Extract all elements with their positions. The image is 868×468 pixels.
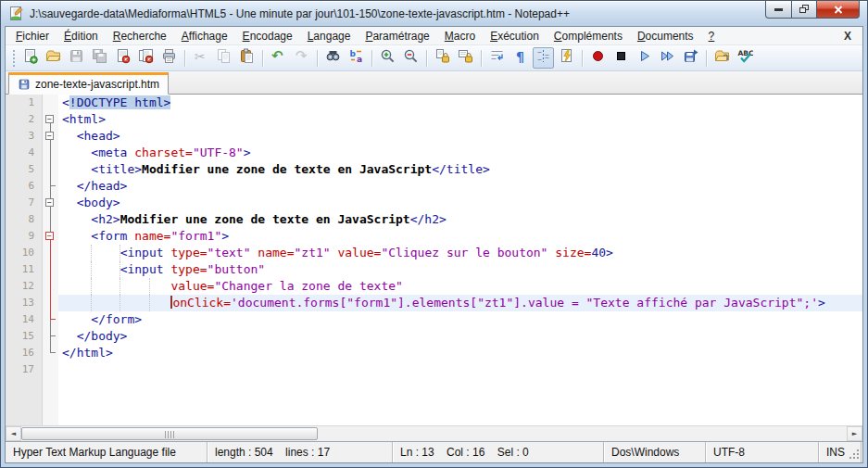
line-number[interactable]: 11	[6, 261, 43, 278]
code-line-content[interactable]: <!DOCTYPE html>	[58, 95, 862, 111]
toolbar-print-button[interactable]	[158, 47, 180, 69]
code-line-content[interactable]: <form name="form1">	[58, 228, 862, 245]
code-line-content[interactable]: <head>	[58, 128, 862, 145]
fold-margin[interactable]	[43, 328, 58, 345]
fold-collapse-box[interactable]: −	[45, 132, 54, 140]
toolbar-user-define-dialog-button[interactable]	[556, 47, 577, 69]
toolbar-open-file-button[interactable]	[43, 47, 64, 69]
fold-margin[interactable]	[43, 311, 58, 328]
line-number[interactable]: 9	[6, 228, 43, 245]
scroll-left-arrow[interactable]: ◄	[6, 426, 21, 441]
code-editor[interactable]: 1<!DOCTYPE html>2−<html>3− <head>4 <meta…	[6, 95, 862, 425]
line-number[interactable]: 3	[6, 128, 43, 145]
toolbar-macro-save-button[interactable]	[680, 47, 701, 69]
toolbar-save-file-button[interactable]	[66, 47, 87, 69]
toolbar-show-indent-guide-button[interactable]	[533, 47, 554, 69]
fold-margin[interactable]: −	[43, 111, 58, 128]
line-number[interactable]: 15	[6, 328, 43, 345]
line-number[interactable]: 17	[6, 361, 43, 378]
restore-button[interactable]	[792, 1, 817, 19]
fold-margin[interactable]	[43, 178, 58, 195]
line-number[interactable]: 1	[6, 95, 43, 111]
fold-margin[interactable]	[43, 211, 58, 228]
code-line-content[interactable]: <title>Modifier une zone de texte en Jav…	[58, 161, 862, 178]
fold-collapse-box[interactable]: −	[45, 115, 54, 123]
line-number[interactable]: 7	[6, 195, 43, 211]
code-line-content[interactable]: </head>	[58, 178, 862, 195]
line-number[interactable]: 6	[6, 178, 43, 195]
code-line-content[interactable]: <h2>Modifier une zone de texte en JavaSc…	[58, 211, 862, 228]
menu-item-complments[interactable]: Compléments	[547, 27, 630, 45]
fold-margin[interactable]	[43, 145, 58, 161]
menu-item-paramtrage[interactable]: Paramétrage	[358, 27, 436, 45]
menu-item-?[interactable]: ?	[701, 27, 723, 45]
menu-item-affichage[interactable]: Affichage	[174, 27, 235, 45]
toolbar-cut-button[interactable]: ✂	[190, 47, 211, 69]
title-bar[interactable]: J:\sauvegarde-data\Mediaforma\HTML5 - Un…	[1, 1, 867, 26]
toolbar-new-file-button[interactable]	[19, 47, 41, 69]
fold-margin[interactable]	[43, 161, 58, 178]
toolbar-close-all-button[interactable]	[135, 47, 157, 69]
fold-collapse-box[interactable]: −	[45, 232, 54, 240]
fold-collapse-box[interactable]: −	[45, 198, 54, 207]
fold-margin[interactable]	[43, 95, 58, 111]
close-button[interactable]	[817, 1, 860, 19]
code-line-content[interactable]: value="Changer la zone de texte"	[58, 278, 862, 295]
menu-item-dition[interactable]: Édition	[57, 27, 106, 45]
line-number[interactable]: 14	[6, 311, 43, 328]
toolbar-save-all-button[interactable]	[89, 47, 110, 69]
line-number[interactable]: 4	[6, 145, 43, 161]
tab-zone-texte-javascript[interactable]: zone-texte-javascript.htm	[8, 72, 169, 95]
toolbar-macro-play-button[interactable]	[634, 47, 655, 69]
menu-item-langage[interactable]: Langage	[300, 27, 359, 45]
code-line-content[interactable]: </form>	[58, 311, 862, 328]
code-line-content[interactable]	[58, 361, 862, 378]
line-number[interactable]: 8	[6, 211, 43, 228]
scroll-right-arrow[interactable]: ►	[847, 426, 862, 441]
toolbar-explorer-folder-button[interactable]	[711, 47, 733, 69]
fold-margin[interactable]	[43, 278, 58, 295]
code-line-content[interactable]: <meta charset="UTF-8">	[58, 145, 862, 161]
menubar-close-document-button[interactable]: X	[833, 30, 862, 43]
toolbar-undo-button[interactable]: ↶	[268, 47, 289, 69]
line-number[interactable]: 2	[6, 111, 43, 128]
menu-item-fichier[interactable]: Fichier	[8, 27, 57, 45]
toolbar-macro-record-button[interactable]	[587, 47, 609, 69]
toolbar-close-file-button[interactable]	[112, 47, 133, 69]
toolbar-paste-button[interactable]	[236, 47, 258, 69]
toolbar-spell-check-button[interactable]: ABC	[735, 47, 756, 69]
menu-item-macro[interactable]: Macro	[437, 27, 483, 45]
toolbar-zoom-in-button[interactable]	[377, 47, 398, 69]
toolbar-copy-button[interactable]	[213, 47, 234, 69]
empty-editor-area[interactable]	[58, 378, 862, 425]
fold-margin[interactable]	[43, 245, 58, 261]
fold-margin[interactable]	[43, 261, 58, 278]
fold-margin[interactable]: −	[43, 195, 58, 211]
menu-item-documents[interactable]: Documents	[630, 27, 701, 45]
toolbar-word-wrap-button[interactable]	[486, 47, 508, 69]
toolbar-zoom-out-button[interactable]	[400, 47, 421, 69]
fold-margin[interactable]: −	[43, 228, 58, 245]
toolbar-show-all-characters-button[interactable]: ¶	[509, 47, 531, 69]
code-line-content[interactable]: </html>	[58, 345, 862, 361]
line-number[interactable]: 13	[6, 295, 43, 311]
toolbar-grip[interactable]	[11, 50, 16, 67]
fold-margin[interactable]	[43, 361, 58, 378]
horizontal-scrollbar[interactable]: ◄ ►	[6, 425, 862, 441]
code-line-content[interactable]: <input type="text" name="zt1" value="Cli…	[58, 245, 862, 261]
minimize-button[interactable]	[765, 1, 792, 19]
code-line-content[interactable]: </body>	[58, 328, 862, 345]
toolbar-replace-button[interactable]: ba	[346, 47, 367, 69]
code-line-content[interactable]: <body>	[58, 195, 862, 211]
line-number[interactable]: 12	[6, 278, 43, 295]
toolbar-macro-stop-button[interactable]	[610, 47, 632, 69]
line-number[interactable]: 10	[6, 245, 43, 261]
toolbar-find-button[interactable]	[322, 47, 344, 69]
line-number[interactable]: 5	[6, 161, 43, 178]
toolbar-sync-horizontal-scroll-button[interactable]	[455, 47, 476, 69]
code-line-content[interactable]: <html>	[58, 111, 862, 128]
toolbar-sync-vertical-scroll-button[interactable]	[432, 47, 453, 69]
menu-item-recherche[interactable]: Recherche	[106, 27, 174, 45]
toolbar-macro-run-multiple-button[interactable]	[657, 47, 678, 69]
fold-margin[interactable]	[43, 295, 58, 311]
